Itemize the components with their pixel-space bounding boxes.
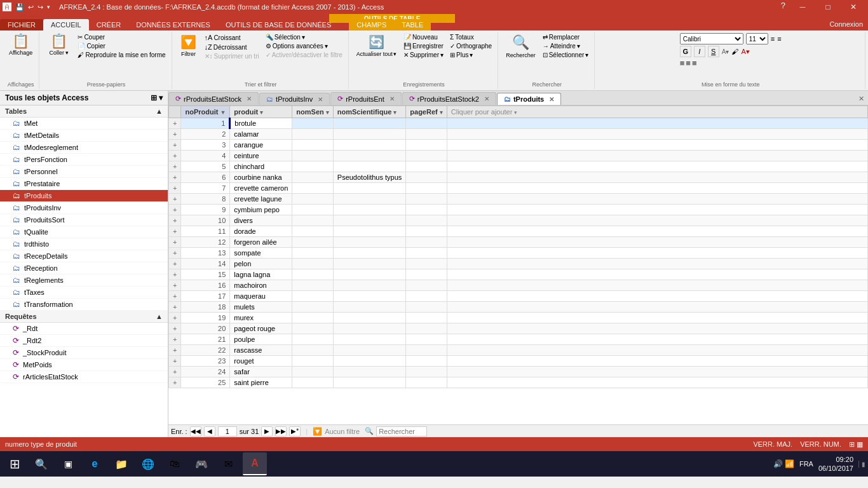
tab-rproduitsetatstock2[interactable]: ⟳rProduitsEtatStock2✕ bbox=[402, 92, 496, 105]
nomsen-cell[interactable] bbox=[292, 205, 333, 215]
table-row[interactable]: +2calamar bbox=[169, 129, 868, 140]
pageref-cell[interactable] bbox=[406, 226, 447, 237]
expand-cell[interactable]: + bbox=[169, 205, 181, 215]
produit-cell[interactable]: machoiron bbox=[230, 280, 292, 291]
totaux-btn[interactable]: Σ Totaux bbox=[448, 33, 494, 41]
produit-cell[interactable]: safar bbox=[230, 367, 292, 377]
tables-section-toggle[interactable]: ▲ bbox=[156, 107, 163, 115]
quick-access-undo[interactable]: ↩ bbox=[28, 3, 34, 11]
pageref-cell[interactable] bbox=[406, 248, 447, 259]
nomscientifique-cell[interactable] bbox=[333, 302, 406, 313]
table-row[interactable]: +23rouget bbox=[169, 356, 868, 367]
produit-cell[interactable]: calamar bbox=[230, 129, 292, 140]
pageref-cell[interactable] bbox=[406, 313, 447, 323]
quick-access-save[interactable]: 💾 bbox=[15, 3, 24, 11]
expand-cell[interactable]: + bbox=[169, 183, 181, 194]
sidebar-item-trdthisto[interactable]: 🗂trdthisto bbox=[0, 238, 168, 250]
nomscientifique-cell[interactable] bbox=[333, 313, 406, 323]
search-input[interactable] bbox=[376, 426, 427, 437]
nomscientifique-cell[interactable] bbox=[333, 194, 406, 205]
align-center[interactable]: ≡ bbox=[686, 58, 691, 68]
nomsen-cell[interactable] bbox=[292, 151, 333, 161]
produit-cell[interactable]: saint pierre bbox=[230, 377, 292, 388]
selection-btn[interactable]: 🔦 Sélection ▾ bbox=[264, 33, 344, 41]
tab-tproduitsinv[interactable]: 🗂tProduitsInv✕ bbox=[259, 93, 330, 105]
nomscientifique-cell[interactable] bbox=[333, 280, 406, 291]
produit-cell[interactable]: dorade bbox=[230, 226, 292, 237]
nomsen-cell[interactable] bbox=[292, 237, 333, 248]
game-btn[interactable]: 🎮 bbox=[189, 452, 214, 475]
supprimer-btn[interactable]: ✕ Supprimer ▾ bbox=[402, 51, 445, 59]
nomscientifique-cell[interactable] bbox=[333, 248, 406, 259]
copier-btn[interactable]: 📄 Copier bbox=[76, 42, 167, 50]
pageref-cell[interactable] bbox=[406, 161, 447, 172]
table-row[interactable]: +9cymbium pepo bbox=[169, 205, 868, 215]
expand-cell[interactable]: + bbox=[169, 302, 181, 313]
expand-cell[interactable]: + bbox=[169, 248, 181, 259]
expand-cell[interactable]: + bbox=[169, 215, 181, 226]
pageref-cell[interactable] bbox=[406, 151, 447, 161]
nomsen-cell[interactable] bbox=[292, 280, 333, 291]
nomscientifique-cell[interactable] bbox=[333, 356, 406, 367]
pageref-cell[interactable] bbox=[406, 205, 447, 215]
access-taskbar-btn[interactable]: A bbox=[243, 452, 267, 475]
bold-btn[interactable]: G bbox=[680, 46, 691, 57]
atteindre-btn[interactable]: → Atteindre ▾ bbox=[541, 42, 591, 50]
expand-cell[interactable]: + bbox=[169, 377, 181, 388]
pageref-cell[interactable] bbox=[406, 259, 447, 269]
sidebar-item-tmet[interactable]: 🗂tMet bbox=[0, 118, 168, 130]
pageref-cell[interactable] bbox=[406, 280, 447, 291]
nomscientifique-cell[interactable] bbox=[333, 118, 406, 129]
pageref-cell[interactable] bbox=[406, 194, 447, 205]
nomsen-cell[interactable] bbox=[292, 129, 333, 140]
tab-close-btn[interactable]: ✕ bbox=[390, 95, 395, 102]
orthographe-btn[interactable]: ✓ Orthographe bbox=[448, 42, 494, 50]
table-row[interactable]: +6courbine nankaPseudotolithus typus bbox=[169, 172, 868, 183]
nomsen-cell[interactable] bbox=[292, 377, 333, 388]
table-row[interactable]: +15lagna lagna bbox=[169, 269, 868, 280]
produit-cell[interactable]: brotule bbox=[230, 118, 292, 129]
pageref-cell[interactable] bbox=[406, 291, 447, 302]
nomsen-cell[interactable] bbox=[292, 259, 333, 269]
nomscientifique-cell[interactable] bbox=[333, 215, 406, 226]
tab-rproduitsent[interactable]: ⟳rProduitsEnt✕ bbox=[330, 92, 402, 105]
expand-cell[interactable]: + bbox=[169, 334, 181, 345]
pageref-cell[interactable] bbox=[406, 183, 447, 194]
nomscientifique-cell[interactable] bbox=[333, 205, 406, 215]
col-header-noproduit[interactable]: noProduit ▼ bbox=[181, 106, 230, 118]
align-right[interactable]: ≡ bbox=[692, 58, 697, 68]
coller-btn[interactable]: 📋 Coller ▾ bbox=[44, 33, 73, 57]
expand-cell[interactable]: + bbox=[169, 161, 181, 172]
tab-rproduitsetatstock[interactable]: ⟳rProduitsEtatStock✕ bbox=[168, 92, 259, 105]
sidebar-item-tmodesreglement[interactable]: 🗂tModesreglement bbox=[0, 142, 168, 154]
quick-access-dropdown[interactable]: ▾ bbox=[47, 4, 50, 10]
nouveau-btn[interactable]: 📝 Nouveau bbox=[402, 33, 445, 41]
tab-close-btn[interactable]: ✕ bbox=[318, 96, 323, 103]
sidebar-item-ttransformation[interactable]: 🗂tTransformation bbox=[0, 299, 168, 311]
produit-cell[interactable]: poulpe bbox=[230, 334, 292, 345]
nav-prev-btn[interactable]: ◀ bbox=[204, 426, 215, 437]
connexion-btn[interactable]: Connexion bbox=[824, 18, 868, 30]
show-desktop-btn[interactable]: ▮ bbox=[858, 461, 865, 468]
selectionner-btn[interactable]: ⊡ Sélectionner ▾ bbox=[541, 51, 591, 59]
produit-cell[interactable]: ceinture bbox=[230, 151, 292, 161]
nomscientifique-cell[interactable] bbox=[333, 129, 406, 140]
col-header-pageref[interactable]: pageRef ▾ bbox=[406, 106, 447, 118]
produit-cell[interactable]: crevette cameron bbox=[230, 183, 292, 194]
col-header-cliquer-pour-ajouter[interactable]: Cliquer pour ajouter ▾ bbox=[447, 106, 867, 118]
produit-cell[interactable]: pelon bbox=[230, 259, 292, 269]
expand-cell[interactable]: + bbox=[169, 172, 181, 183]
nomsen-cell[interactable] bbox=[292, 302, 333, 313]
tab-close-btn[interactable]: ✕ bbox=[247, 95, 252, 102]
sidebar-item-metpoids[interactable]: ⟳MetPoids bbox=[0, 359, 168, 371]
explorer-btn[interactable]: 📁 bbox=[109, 452, 133, 475]
sidebar-item-tproduitssort[interactable]: 🗂tProduitsSort bbox=[0, 214, 168, 226]
table-row[interactable]: +8crevette lagune bbox=[169, 194, 868, 205]
reproduire-btn[interactable]: 🖌 Reproduire la mise en forme bbox=[76, 51, 167, 59]
decroissant-btn[interactable]: ↓Z Décroissant bbox=[203, 43, 261, 51]
activer-filtre-btn[interactable]: ✓ Activer/désactiver le filtre bbox=[264, 51, 344, 59]
nomsen-cell[interactable] bbox=[292, 226, 333, 237]
table-row[interactable]: +13sompate bbox=[169, 248, 868, 259]
nomsen-cell[interactable] bbox=[292, 161, 333, 172]
expand-cell[interactable]: + bbox=[169, 118, 181, 129]
